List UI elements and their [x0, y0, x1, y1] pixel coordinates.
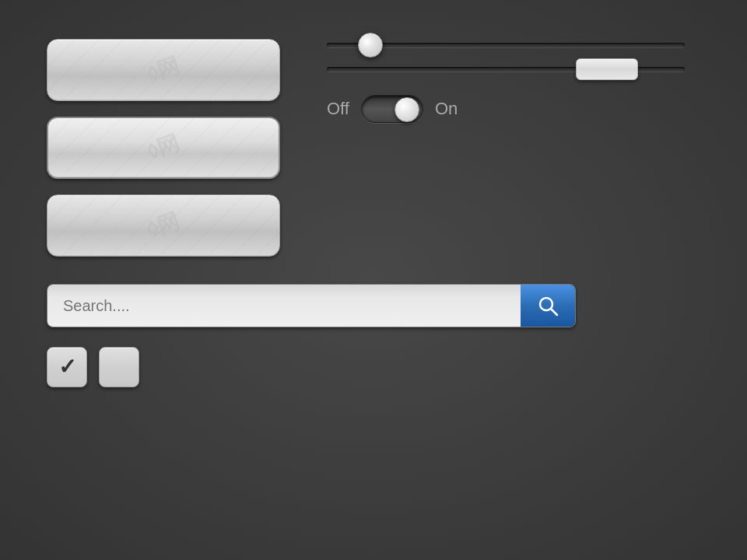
toggle-off-label: Off — [327, 99, 349, 119]
toggle-row: Off On — [327, 95, 700, 123]
checkmark-icon: ✓ — [58, 356, 76, 378]
watermark-3: ◊网 — [143, 206, 184, 245]
main-container: ◊网 ◊网 ◊网 — [0, 0, 747, 560]
watermark-2: ◊网 — [143, 128, 184, 167]
checkbox-section: ✓ — [47, 347, 700, 387]
checkbox-checked[interactable]: ✓ — [47, 347, 87, 387]
controls-column: Off On — [327, 43, 700, 123]
search-button[interactable] — [521, 285, 575, 327]
toggle-switch[interactable] — [361, 95, 423, 123]
watermark-1: ◊网 — [143, 51, 184, 89]
button-2[interactable]: ◊网 — [47, 117, 280, 179]
slider-rect-thumb[interactable] — [576, 58, 638, 80]
toggle-on-label: On — [435, 99, 458, 119]
slider-rect-track — [327, 67, 685, 72]
search-input[interactable] — [47, 285, 521, 327]
search-icon — [537, 295, 559, 317]
slider-round-thumb[interactable] — [358, 33, 383, 58]
slider-round-track — [327, 43, 685, 47]
checkbox-unchecked[interactable] — [99, 347, 139, 387]
button-3[interactable]: ◊网 — [47, 194, 280, 257]
toggle-knob — [395, 97, 419, 122]
buttons-column: ◊网 ◊网 ◊网 — [47, 39, 280, 257]
search-bar — [47, 284, 576, 327]
search-section — [47, 284, 700, 327]
top-section: ◊网 ◊网 ◊网 — [47, 31, 700, 257]
slider-container — [327, 43, 700, 72]
button-1[interactable]: ◊网 — [47, 39, 280, 101]
svg-line-1 — [551, 309, 557, 315]
